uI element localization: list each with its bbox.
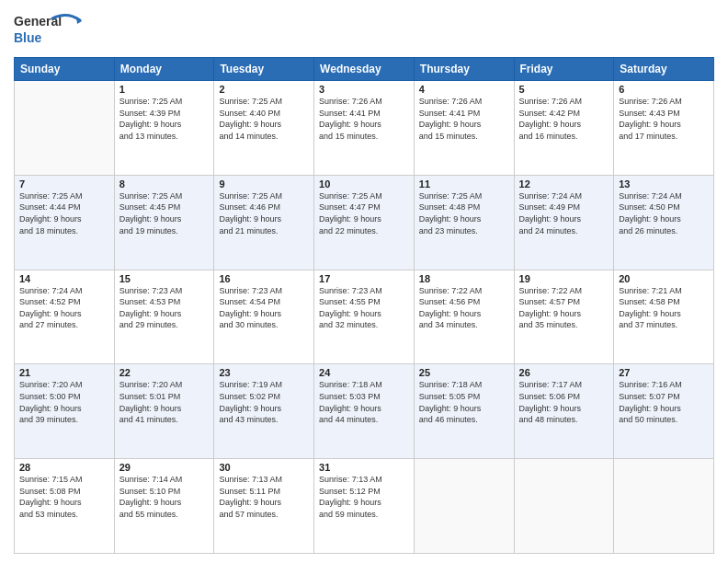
day-info-line: and 43 minutes. <box>219 414 309 426</box>
day-info-line: Daylight: 9 hours <box>419 119 509 131</box>
calendar-cell: 23Sunrise: 7:19 AMSunset: 5:02 PMDayligh… <box>214 364 314 459</box>
day-number: 18 <box>419 273 509 284</box>
day-info-line: Daylight: 9 hours <box>619 308 709 320</box>
weekday-monday: Monday <box>114 58 214 81</box>
day-info-line: Sunrise: 7:24 AM <box>619 190 709 202</box>
day-info-line: Daylight: 9 hours <box>519 403 609 415</box>
calendar-cell <box>514 459 614 554</box>
week-row-1: 1Sunrise: 7:25 AMSunset: 4:39 PMDaylight… <box>15 81 714 176</box>
day-info-line: Sunrise: 7:14 AM <box>119 474 210 486</box>
calendar-cell: 12Sunrise: 7:24 AMSunset: 4:49 PMDayligh… <box>514 175 614 270</box>
week-row-5: 28Sunrise: 7:15 AMSunset: 5:08 PMDayligh… <box>15 459 714 554</box>
day-number: 20 <box>619 273 709 284</box>
day-info-line: and 30 minutes. <box>219 319 309 331</box>
day-info-line: Sunrise: 7:20 AM <box>19 379 109 391</box>
day-info-line: Sunrise: 7:16 AM <box>619 379 709 391</box>
logo: General Blue <box>14 9 87 50</box>
day-number: 10 <box>319 178 409 190</box>
day-info-line: Sunrise: 7:26 AM <box>319 96 409 108</box>
day-number: 7 <box>19 178 109 190</box>
day-info-line: Sunrise: 7:22 AM <box>419 285 509 297</box>
day-number: 24 <box>319 367 409 378</box>
day-info-line: and 19 minutes. <box>119 225 210 237</box>
day-info-line: Sunset: 5:03 PM <box>319 391 409 403</box>
day-info-line: Sunset: 5:05 PM <box>419 391 509 403</box>
week-row-4: 21Sunrise: 7:20 AMSunset: 5:00 PMDayligh… <box>15 364 714 459</box>
day-number: 16 <box>219 273 309 284</box>
day-info-line: Daylight: 9 hours <box>119 213 210 225</box>
day-info-line: Daylight: 9 hours <box>19 403 109 415</box>
day-info-line: Sunset: 4:45 PM <box>119 201 210 213</box>
weekday-header-row: SundayMondayTuesdayWednesdayThursdayFrid… <box>15 58 714 81</box>
day-number: 30 <box>219 462 309 473</box>
header: General Blue <box>14 9 714 50</box>
day-info-line: and 37 minutes. <box>619 319 709 331</box>
day-info-line: Sunrise: 7:13 AM <box>319 474 409 486</box>
day-info-line: and 14 minutes. <box>219 131 309 143</box>
calendar-cell <box>15 81 115 176</box>
day-info-line: Daylight: 9 hours <box>119 308 210 320</box>
calendar-cell: 21Sunrise: 7:20 AMSunset: 5:00 PMDayligh… <box>15 364 115 459</box>
day-info-line: Daylight: 9 hours <box>319 308 409 320</box>
day-info-line: Sunset: 4:55 PM <box>319 296 409 308</box>
day-info-line: Sunset: 5:00 PM <box>19 391 109 403</box>
day-number: 1 <box>119 84 210 95</box>
day-info-line: Sunrise: 7:17 AM <box>519 379 609 391</box>
day-number: 19 <box>519 273 609 284</box>
day-info-line: Daylight: 9 hours <box>419 213 509 225</box>
day-info-line: and 39 minutes. <box>19 414 109 426</box>
day-info-line: Sunset: 4:46 PM <box>219 201 309 213</box>
day-info-line: and 15 minutes. <box>419 131 509 143</box>
day-info-line: and 59 minutes. <box>319 509 409 521</box>
day-info-line: and 21 minutes. <box>219 225 309 237</box>
day-info-line: Daylight: 9 hours <box>219 403 309 415</box>
calendar-cell: 3Sunrise: 7:26 AMSunset: 4:41 PMDaylight… <box>314 81 415 176</box>
day-info-line: Sunset: 4:43 PM <box>619 108 709 120</box>
day-info-line: Sunrise: 7:26 AM <box>519 96 609 108</box>
day-info-line: Sunset: 4:40 PM <box>219 108 309 120</box>
day-info-line: and 48 minutes. <box>519 414 609 426</box>
calendar-cell: 25Sunrise: 7:18 AMSunset: 5:05 PMDayligh… <box>414 364 514 459</box>
day-info-line: Daylight: 9 hours <box>219 497 309 509</box>
day-info-line: Daylight: 9 hours <box>119 497 210 509</box>
calendar-cell: 13Sunrise: 7:24 AMSunset: 4:50 PMDayligh… <box>614 175 714 270</box>
day-number: 5 <box>519 84 609 95</box>
day-info-line: Sunrise: 7:23 AM <box>219 285 309 297</box>
day-info-line: Sunset: 4:53 PM <box>119 296 210 308</box>
day-info-line: Daylight: 9 hours <box>619 403 709 415</box>
calendar-cell <box>614 459 714 554</box>
day-info-line: Sunset: 4:47 PM <box>319 201 409 213</box>
day-info-line: Sunrise: 7:24 AM <box>19 285 109 297</box>
calendar-cell: 22Sunrise: 7:20 AMSunset: 5:01 PMDayligh… <box>114 364 214 459</box>
svg-text:Blue: Blue <box>14 30 42 45</box>
day-info-line: Sunset: 4:50 PM <box>619 201 709 213</box>
calendar-cell: 19Sunrise: 7:22 AMSunset: 4:57 PMDayligh… <box>514 270 614 364</box>
day-number: 23 <box>219 367 309 378</box>
day-number: 9 <box>219 178 309 190</box>
calendar-cell: 7Sunrise: 7:25 AMSunset: 4:44 PMDaylight… <box>15 175 115 270</box>
day-info-line: and 27 minutes. <box>19 319 109 331</box>
day-info-line: and 18 minutes. <box>19 225 109 237</box>
day-info-line: and 44 minutes. <box>319 414 409 426</box>
calendar-cell: 18Sunrise: 7:22 AMSunset: 4:56 PMDayligh… <box>414 270 514 364</box>
calendar-cell: 29Sunrise: 7:14 AMSunset: 5:10 PMDayligh… <box>114 459 214 554</box>
day-info-line: Sunrise: 7:25 AM <box>219 96 309 108</box>
day-info-line: Sunrise: 7:18 AM <box>319 379 409 391</box>
day-number: 4 <box>419 84 509 95</box>
day-info-line: Sunset: 4:42 PM <box>519 108 609 120</box>
day-number: 28 <box>19 462 109 473</box>
day-info-line: Sunset: 4:41 PM <box>419 108 509 120</box>
day-info-line: Sunset: 4:58 PM <box>619 296 709 308</box>
calendar-cell: 8Sunrise: 7:25 AMSunset: 4:45 PMDaylight… <box>114 175 214 270</box>
day-info-line: and 16 minutes. <box>519 131 609 143</box>
day-info-line: and 24 minutes. <box>519 225 609 237</box>
calendar-table: SundayMondayTuesdayWednesdayThursdayFrid… <box>14 57 714 554</box>
day-info-line: Sunrise: 7:20 AM <box>119 379 210 391</box>
day-info-line: Sunset: 4:41 PM <box>319 108 409 120</box>
day-info-line: Sunrise: 7:26 AM <box>419 96 509 108</box>
day-info-line: Daylight: 9 hours <box>19 497 109 509</box>
day-info-line: Sunrise: 7:13 AM <box>219 474 309 486</box>
day-info-line: and 29 minutes. <box>119 319 210 331</box>
calendar-cell: 2Sunrise: 7:25 AMSunset: 4:40 PMDaylight… <box>214 81 314 176</box>
day-number: 26 <box>519 367 609 378</box>
